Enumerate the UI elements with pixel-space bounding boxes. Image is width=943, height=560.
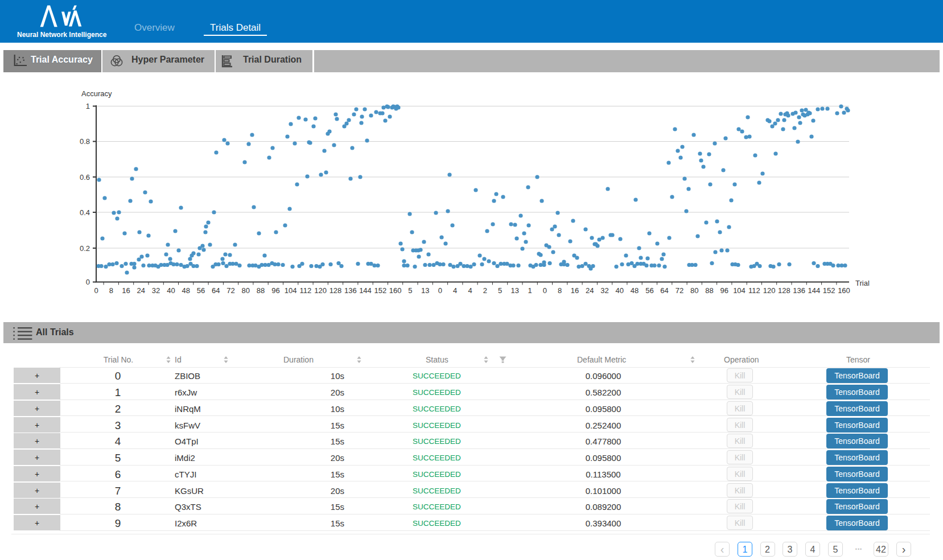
svg-text:144: 144 xyxy=(359,286,372,295)
svg-text:0: 0 xyxy=(86,278,90,286)
svg-text:5: 5 xyxy=(498,286,502,295)
svg-text:152: 152 xyxy=(374,286,386,295)
svg-text:72: 72 xyxy=(227,286,234,295)
svg-text:13: 13 xyxy=(511,286,519,295)
svg-text:144: 144 xyxy=(808,286,821,295)
svg-text:152: 152 xyxy=(823,286,835,295)
svg-text:56: 56 xyxy=(645,286,653,295)
svg-text:56: 56 xyxy=(197,286,205,295)
svg-text:128: 128 xyxy=(778,286,790,295)
svg-text:136: 136 xyxy=(344,286,357,295)
svg-text:88: 88 xyxy=(257,286,265,295)
svg-text:1: 1 xyxy=(528,286,532,295)
svg-text:136: 136 xyxy=(793,286,805,295)
svg-text:112: 112 xyxy=(748,286,760,295)
svg-text:Accuracy: Accuracy xyxy=(81,89,112,98)
svg-text:104: 104 xyxy=(285,286,297,295)
svg-text:0: 0 xyxy=(543,286,547,295)
svg-text:160: 160 xyxy=(389,286,402,295)
svg-text:0: 0 xyxy=(438,286,442,295)
svg-text:0.4: 0.4 xyxy=(80,208,90,217)
svg-text:0.6: 0.6 xyxy=(80,173,90,182)
svg-text:16: 16 xyxy=(571,286,579,295)
svg-text:48: 48 xyxy=(631,286,639,295)
svg-text:13: 13 xyxy=(421,286,429,295)
svg-text:5: 5 xyxy=(408,286,412,295)
svg-text:104: 104 xyxy=(733,286,746,295)
svg-text:96: 96 xyxy=(271,286,279,295)
svg-text:4: 4 xyxy=(453,286,457,295)
svg-text:64: 64 xyxy=(660,286,668,295)
svg-text:8: 8 xyxy=(109,286,113,295)
svg-text:40: 40 xyxy=(167,286,175,295)
svg-text:8: 8 xyxy=(558,286,562,295)
svg-text:4: 4 xyxy=(468,286,472,295)
svg-text:0.8: 0.8 xyxy=(80,137,90,146)
svg-text:112: 112 xyxy=(300,286,312,295)
svg-text:1: 1 xyxy=(86,102,90,110)
svg-text:Trial: Trial xyxy=(855,279,870,287)
svg-text:80: 80 xyxy=(690,286,698,295)
svg-text:0.2: 0.2 xyxy=(80,244,90,253)
svg-text:160: 160 xyxy=(838,286,850,295)
svg-text:48: 48 xyxy=(182,286,190,295)
svg-text:96: 96 xyxy=(720,286,728,295)
svg-text:40: 40 xyxy=(616,286,624,295)
svg-text:120: 120 xyxy=(763,286,776,295)
svg-text:120: 120 xyxy=(314,286,327,295)
svg-text:128: 128 xyxy=(330,286,342,295)
svg-text:24: 24 xyxy=(137,286,145,295)
svg-text:72: 72 xyxy=(676,286,683,295)
svg-text:88: 88 xyxy=(705,286,713,295)
svg-text:64: 64 xyxy=(212,286,220,295)
svg-text:80: 80 xyxy=(242,286,250,295)
svg-text:0: 0 xyxy=(94,286,98,295)
svg-text:2: 2 xyxy=(483,286,487,295)
svg-text:32: 32 xyxy=(600,286,608,295)
svg-text:24: 24 xyxy=(586,286,594,295)
svg-text:32: 32 xyxy=(152,286,160,295)
svg-text:16: 16 xyxy=(122,286,130,295)
